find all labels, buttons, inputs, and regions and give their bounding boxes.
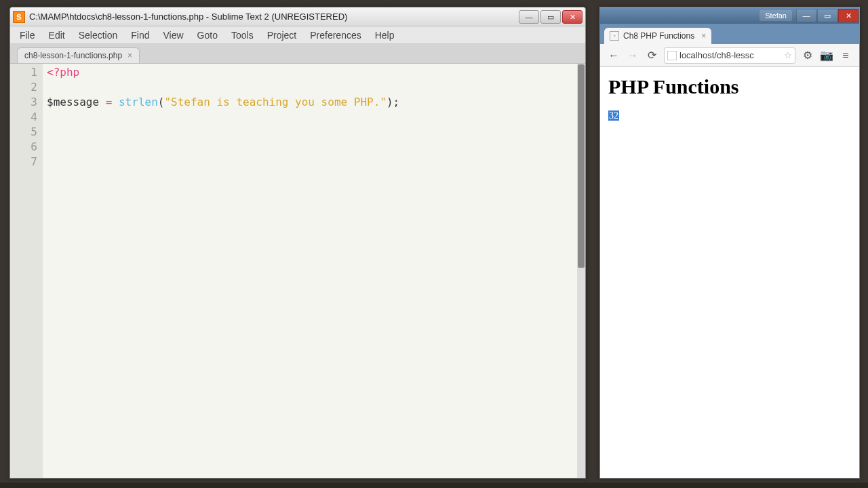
hamburger-menu-icon[interactable]: ≡ — [837, 47, 854, 64]
chrome-minimize-button[interactable]: — — [796, 9, 816, 22]
code-line[interactable]: <?php — [47, 65, 577, 80]
sublime-window: S C:\MAMP\htdocs\ch8-lesson-1-functions.… — [9, 7, 586, 479]
scroll-thumb[interactable] — [578, 64, 585, 268]
address-bar[interactable]: localhost/ch8-lessc ☆ — [664, 47, 795, 64]
menu-help[interactable]: Help — [368, 28, 401, 43]
reload-button[interactable]: ⟳ — [644, 47, 660, 64]
bookmark-star-icon[interactable]: ☆ — [784, 50, 792, 60]
chrome-window: Stefan — ▭ ✕ ▫ Ch8 PHP Functions × ← → ⟳… — [599, 7, 860, 479]
line-number: 6 — [12, 140, 37, 155]
line-number: 1 — [12, 65, 37, 80]
back-button[interactable]: ← — [606, 47, 622, 64]
camera-icon[interactable]: 📷 — [818, 47, 835, 64]
settings-gear-icon[interactable]: ⚙ — [800, 47, 816, 64]
page-heading: PHP Functions — [608, 75, 851, 98]
menu-view[interactable]: View — [157, 28, 191, 43]
maximize-button[interactable]: ▭ — [540, 10, 561, 24]
line-number: 3 — [12, 95, 37, 110]
sublime-tabbar: ch8-lesson-1-functions.php × — [10, 44, 585, 63]
code-line[interactable]: $message = strlen("Stefan is teaching yo… — [47, 95, 577, 110]
windows-taskbar[interactable] — [0, 483, 868, 488]
line-number: 4 — [12, 110, 37, 125]
menu-tools[interactable]: Tools — [224, 28, 260, 43]
page-content: PHP Functions 32 — [600, 67, 859, 129]
menu-project[interactable]: Project — [260, 28, 304, 43]
code-line[interactable] — [47, 125, 577, 140]
page-favicon-icon: ▫ — [610, 31, 619, 41]
forward-button[interactable]: → — [625, 47, 641, 64]
chrome-tab-title: Ch8 PHP Functions — [623, 31, 694, 41]
vertical-scrollbar[interactable] — [577, 64, 585, 478]
line-number: 7 — [12, 155, 37, 169]
sublime-app-icon: S — [13, 11, 25, 23]
sublime-menubar: File Edit Selection Find View Goto Tools… — [10, 26, 585, 44]
menu-find[interactable]: Find — [124, 28, 156, 43]
chrome-tabstrip: ▫ Ch8 PHP Functions × — [600, 24, 859, 44]
sublime-titlebar[interactable]: S C:\MAMP\htdocs\ch8-lesson-1-functions.… — [10, 7, 585, 26]
code-line[interactable] — [47, 140, 577, 155]
line-number: 5 — [12, 125, 37, 140]
code-line[interactable] — [47, 110, 577, 125]
chrome-tab[interactable]: ▫ Ch8 PHP Functions × — [604, 28, 711, 44]
line-number-gutter: 1234567 — [10, 64, 43, 478]
chrome-tab-close-icon[interactable]: × — [701, 31, 706, 41]
chrome-toolbar: ← → ⟳ localhost/ch8-lessc ☆ ⚙ 📷 ≡ — [600, 44, 859, 67]
chrome-maximize-button[interactable]: ▭ — [817, 9, 837, 22]
menu-selection[interactable]: Selection — [72, 28, 125, 43]
menu-edit[interactable]: Edit — [42, 28, 72, 43]
close-button[interactable]: ✕ — [562, 10, 583, 24]
page-icon — [667, 51, 677, 60]
menu-goto[interactable]: Goto — [191, 28, 224, 43]
chrome-user-badge[interactable]: Stefan — [760, 10, 792, 21]
url-text: localhost/ch8-lessc — [679, 50, 781, 60]
editor-area: 1234567 <?php$message = strlen("Stefan i… — [10, 63, 585, 478]
chrome-titlebar[interactable]: Stefan — ▭ ✕ — [600, 7, 859, 24]
line-number: 2 — [12, 80, 37, 95]
sublime-window-title: C:\MAMP\htdocs\ch8-lesson-1-functions.ph… — [29, 12, 517, 22]
code-editor[interactable]: <?php$message = strlen("Stefan is teachi… — [43, 64, 577, 478]
menu-preferences[interactable]: Preferences — [303, 28, 368, 43]
code-line[interactable] — [47, 80, 577, 95]
php-output-value: 32 — [608, 110, 619, 121]
minimize-button[interactable]: — — [519, 10, 539, 24]
chrome-close-button[interactable]: ✕ — [838, 9, 859, 22]
file-tab[interactable]: ch8-lesson-1-functions.php × — [17, 47, 140, 63]
file-tab-label: ch8-lesson-1-functions.php — [24, 51, 122, 60]
menu-file[interactable]: File — [13, 28, 42, 43]
file-tab-close-icon[interactable]: × — [127, 51, 132, 60]
